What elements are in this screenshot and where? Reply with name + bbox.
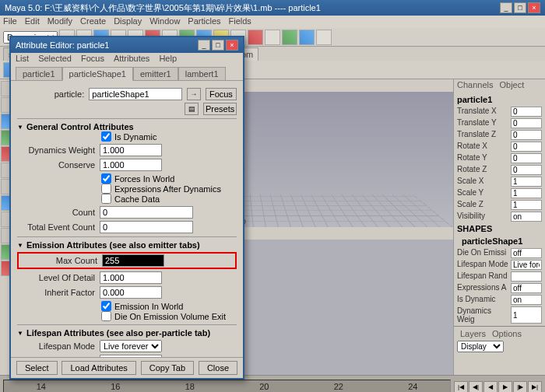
forward-end-icon[interactable]: ▶| [528,381,542,393]
ae-load-button[interactable]: Load Attributes [62,361,135,375]
ae-forces-check[interactable] [101,173,111,184]
cb-attr-label[interactable]: Die On Emissi [457,248,506,258]
ae-inherit-field[interactable] [100,286,162,299]
play-back-icon[interactable]: ◀ [483,381,498,393]
ae-node-name-field[interactable] [89,88,182,100]
ae-expr-check[interactable] [101,184,111,194]
ae-tab-particle1[interactable]: particle1 [16,67,62,80]
ae-close-icon[interactable]: × [226,40,238,51]
cb-attr-field[interactable] [511,165,542,175]
cb-attr-label[interactable]: Translate X [457,107,497,117]
tool-misc2-icon[interactable] [248,30,263,45]
cb-attr-label[interactable]: Lifespan Rand [457,271,508,282]
menu-edit[interactable]: Edit [25,16,40,27]
cb-attr-field[interactable] [511,271,542,282]
ae-section-emission[interactable]: Emission Attributes (see also emitter ta… [17,240,237,250]
cb-attr-label[interactable]: Visibility [457,212,485,222]
cb-attr-label[interactable]: Lifespan Mode [457,260,508,270]
cb-attr-field[interactable] [511,130,542,140]
ae-emitworld-check[interactable] [101,301,111,311]
menu-particles[interactable]: Particles [188,16,220,27]
cb-menu-channels[interactable]: Channels [457,80,493,91]
ae-maxcount-field[interactable] [102,254,164,267]
cb-shape-name[interactable]: particleShape1 [457,235,542,247]
cb-attr-label[interactable]: Rotate Y [457,153,487,163]
menu-window[interactable]: Window [149,16,180,27]
cb-attr-field[interactable] [511,248,542,258]
step-forward-icon[interactable]: |▶ [513,381,527,393]
ae-conserve-field[interactable] [100,159,162,171]
cb-attr-field[interactable] [511,107,542,117]
ae-isdynamic-check[interactable] [101,131,111,142]
tool-misc4-icon[interactable] [282,30,297,45]
cb-attr-label[interactable]: Translate Z [457,130,496,140]
tool-misc3-icon[interactable] [265,30,280,45]
cb-attr-field[interactable] [511,142,542,152]
cb-attr-label[interactable]: Rotate Z [457,165,487,175]
ae-focus-button[interactable]: Focus [206,88,237,100]
cb-attr-label[interactable]: Rotate X [457,142,487,152]
step-back-icon[interactable]: ◀| [469,381,483,393]
ae-menu-list[interactable]: List [16,54,29,65]
ae-cache-check[interactable] [101,194,111,204]
ae-minimize-icon[interactable]: _ [198,40,210,51]
ae-presets-button[interactable]: Presets [203,103,237,115]
ae-tab-emitter1[interactable]: emitter1 [133,67,178,80]
ae-lod-field[interactable] [100,271,162,284]
ae-menu-attributes[interactable]: Attributes [114,54,149,65]
ae-goto-icon[interactable]: → [187,88,201,100]
cb-attr-field[interactable] [511,200,542,210]
ae-totalevent-field[interactable] [100,221,193,233]
ae-menu-selected[interactable]: Selected [38,54,72,65]
ae-count-field[interactable] [100,206,193,219]
cb-attr-label[interactable]: Translate Y [457,118,497,128]
cb-attr-field[interactable] [511,212,542,222]
cb-attr-label[interactable]: Dynamics Weig [457,306,511,324]
cb-attr-field[interactable] [511,188,542,198]
cb-node-name[interactable]: particle1 [457,93,542,106]
ae-menu-help[interactable]: Help [159,54,177,65]
ae-copy-button[interactable]: Copy Tab [141,361,194,375]
minimize-icon[interactable]: _ [500,2,512,13]
ae-section-general[interactable]: General Control Attributes [17,122,237,131]
ae-dieonexit-check[interactable] [101,311,111,321]
menu-file[interactable]: File [3,16,17,27]
cb-attr-label[interactable]: Scale Y [457,188,483,198]
cb-menu-object[interactable]: Object [499,80,524,91]
cb-attr-field[interactable] [511,306,542,324]
menu-create[interactable]: Create [80,16,106,27]
ae-dynweight-field[interactable] [100,144,162,156]
ae-maximize-icon[interactable]: □ [212,40,224,51]
menu-modify[interactable]: Modify [47,16,72,27]
cb-attr-label[interactable]: Scale X [457,177,483,187]
menu-fields[interactable]: Fields [229,16,251,27]
maximize-icon[interactable]: □ [514,2,526,13]
cb-attr-field[interactable] [511,260,542,270]
ae-menu-focus[interactable]: Focus [81,54,104,65]
rewind-start-icon[interactable]: |◀ [454,381,468,393]
play-forward-icon[interactable]: ▶ [498,381,512,393]
cb-attr-label[interactable]: Expressions A [457,283,506,293]
ae-select-button[interactable]: Select [16,361,58,375]
menu-display[interactable]: Display [114,16,142,27]
ae-lifemode-select[interactable]: Live forever [100,340,162,352]
tool-misc5-icon[interactable] [299,30,315,45]
cb-attr-field[interactable] [511,153,542,163]
ae-presets-icon[interactable]: ▤ [185,103,199,115]
cb-attr-label[interactable]: Scale Z [457,200,483,210]
ae-close-button[interactable]: Close [199,361,237,375]
cb-attr-field[interactable] [511,283,542,293]
cb-attr-field[interactable] [511,118,542,128]
layers-options[interactable]: Options [492,329,522,340]
cb-attr-field[interactable] [511,177,542,187]
ae-tab-lambert1[interactable]: lambert1 [178,67,226,80]
close-icon[interactable]: × [528,2,540,13]
cb-attr-label[interactable]: Is Dynamic [457,295,495,305]
ae-tab-particleshape1[interactable]: particleShape1 [62,67,133,81]
layer-mode-select[interactable]: Display [457,341,504,352]
ae-section-lifespan[interactable]: Lifespan Attributes (see also per-partic… [17,328,237,338]
tool-misc6-icon[interactable] [316,30,332,45]
layers-menu[interactable]: Layers [460,329,486,340]
cb-attr-field[interactable] [511,295,542,305]
timeline-track[interactable]: 14 16 18 20 22 24 [3,380,451,393]
